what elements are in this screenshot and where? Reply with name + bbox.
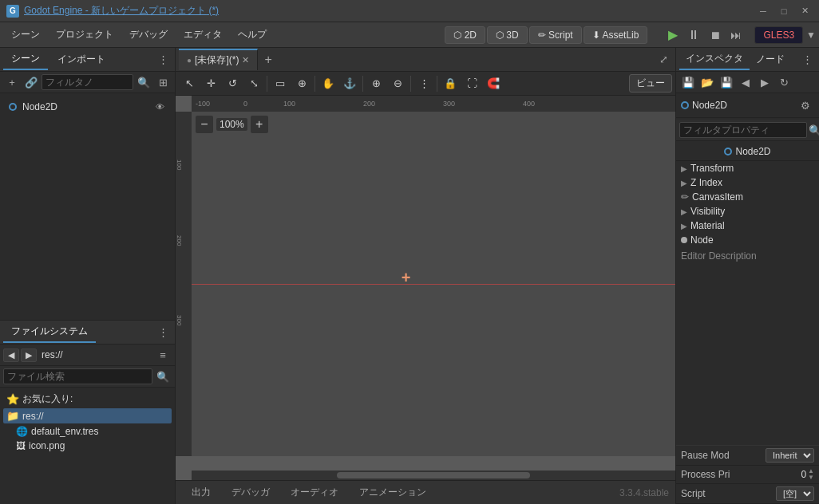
menu-debug[interactable]: デバッグ	[121, 25, 176, 45]
pause-mod-dropdown[interactable]: Inherit	[766, 448, 814, 463]
process-pri-spinner[interactable]: ▲ ▼	[808, 468, 814, 481]
scene-options-button[interactable]: ⋮	[154, 51, 172, 69]
zoom-out-tool[interactable]: ⊖	[387, 74, 408, 93]
pan-tool[interactable]: ✋	[318, 74, 338, 93]
fs-folder-res[interactable]: 📁 res://	[3, 408, 172, 423]
btn-script[interactable]: ✏ Script	[529, 26, 582, 44]
btn-assetlib[interactable]: ⬇ AssetLib	[584, 26, 648, 44]
btn-3d[interactable]: ⬡ 3D	[487, 26, 528, 44]
zoom-in-tool[interactable]: ⊕	[366, 74, 386, 93]
link-button[interactable]: 🔗	[22, 73, 40, 91]
scrollbar-thumb-h[interactable]	[337, 472, 530, 478]
visibility-section[interactable]: ▶ Visibility	[676, 204, 819, 219]
transform-section[interactable]: ▶ Transform	[676, 161, 819, 175]
maximize-button[interactable]: □	[776, 3, 792, 19]
script-dropdown[interactable]: [空]	[776, 486, 814, 501]
material-section[interactable]: ▶ Material	[676, 219, 819, 233]
insp-open-button[interactable]: 📂	[698, 73, 716, 91]
scene-filter-input[interactable]	[42, 74, 133, 90]
node2d-icon	[6, 100, 19, 113]
add-tab-button[interactable]: +	[258, 49, 278, 70]
filter-property-bar: 🔍	[676, 120, 819, 141]
select-tool[interactable]: ↖	[179, 74, 200, 93]
tab-node[interactable]: ノード	[750, 49, 791, 69]
fs-search-input[interactable]	[3, 368, 152, 384]
spin-down[interactable]: ▼	[808, 474, 814, 481]
filter-search-icon[interactable]: 🔍	[809, 121, 819, 139]
insp-save2-button[interactable]: 💾	[718, 73, 735, 91]
step-button[interactable]: ⏭	[726, 27, 746, 43]
menu-help[interactable]: ヘルプ	[230, 25, 275, 45]
ruler-mark-300: 300	[443, 100, 455, 108]
tab-output[interactable]: 出力	[182, 482, 220, 502]
move-tool[interactable]: ✛	[200, 74, 221, 93]
insp-forward-button[interactable]: ▶	[756, 73, 774, 91]
nav-forward-button[interactable]: ▶	[21, 348, 37, 362]
lock-tool[interactable]: 🔒	[440, 74, 461, 93]
canvas-area[interactable]: -100 0 100 200 300 400 100 200 300	[176, 96, 675, 480]
view-button[interactable]: ビュー	[629, 74, 672, 93]
insp-more-button[interactable]: ↻	[775, 73, 793, 91]
minimize-button[interactable]: ─	[755, 3, 771, 19]
menu-project[interactable]: プロジェクト	[48, 25, 121, 45]
fs-layout-button[interactable]: ≡	[154, 346, 172, 364]
zoom-out-button[interactable]: −	[196, 116, 213, 133]
insp-save-button[interactable]: 💾	[679, 73, 697, 91]
canvas-viewport[interactable]	[192, 112, 675, 456]
menu-editor[interactable]: エディタ	[176, 25, 230, 45]
expand-editor-button[interactable]: ⤢	[655, 51, 672, 69]
menu-scene[interactable]: シーン	[3, 25, 48, 45]
filesystem-options-button[interactable]: ⋮	[154, 324, 172, 341]
fs-file-icon-png[interactable]: 🖼 icon.png	[3, 439, 172, 453]
tab-inspector[interactable]: インスペクタ	[679, 49, 750, 70]
play-button[interactable]: ▶	[663, 26, 682, 44]
insp-back-button[interactable]: ◀	[737, 73, 754, 91]
zoom-controls: − 100% +	[196, 116, 268, 133]
filter-property-input[interactable]	[679, 122, 807, 138]
scene-panel-header: シーン インポート ⋮	[0, 48, 175, 72]
add-node-button[interactable]: +	[3, 73, 21, 91]
group-tool[interactable]: ⛶	[461, 74, 482, 93]
tab-debugger[interactable]: デバッガ	[222, 482, 279, 502]
layout-icon[interactable]: ⊞	[154, 73, 172, 91]
zindex-section[interactable]: ▶ Z Index	[676, 175, 819, 190]
tab-animation[interactable]: アニメーション	[350, 482, 436, 502]
ruler-mark-left-300: 300	[176, 315, 183, 325]
rect-tool[interactable]: ▭	[270, 74, 291, 93]
inspector-options[interactable]: ⋮	[798, 51, 816, 69]
zoom-in-button[interactable]: +	[251, 116, 268, 133]
scene-node-node2d[interactable]: Node2D 👁	[3, 96, 172, 117]
btn-2d[interactable]: ⬡ 2D	[445, 26, 485, 44]
pivot-tool[interactable]: ⊕	[291, 74, 312, 93]
node-section: Node	[676, 233, 819, 247]
tab-audio[interactable]: オーディオ	[281, 482, 348, 502]
title-project: 新しいゲームプロジェクト	[91, 5, 206, 16]
stop-button[interactable]: ⏹	[705, 27, 726, 43]
fs-file-default-env[interactable]: 🌐 default_env.tres	[3, 424, 172, 439]
visibility-toggle[interactable]: 👁	[151, 98, 168, 116]
zindex-arrow: ▶	[681, 179, 687, 187]
editor-tab-unsaved[interactable]: ● [未保存](*) ✕	[179, 49, 258, 70]
scene-panel-options: ⋮	[154, 51, 172, 69]
scale-tool[interactable]: ⤡	[243, 74, 264, 93]
tab-import[interactable]: インポート	[49, 49, 113, 69]
search-icon[interactable]: 🔍	[135, 73, 152, 91]
pause-button[interactable]: ⏸	[682, 26, 705, 44]
node-settings-icon[interactable]: ⚙	[797, 96, 814, 114]
snap-tool[interactable]: 🧲	[483, 74, 504, 93]
canvasitem-label: CanvasItem	[692, 191, 743, 203]
close-button[interactable]: ✕	[797, 3, 813, 19]
fs-path: res://	[38, 349, 152, 360]
more-options[interactable]: ⋮	[413, 74, 434, 93]
gles-button[interactable]: GLES3	[754, 26, 803, 44]
tab-filesystem[interactable]: ファイルシステム	[3, 321, 96, 343]
process-pri-number: 0	[801, 469, 806, 480]
nav-back-button[interactable]: ◀	[3, 348, 19, 362]
tab-close-button[interactable]: ✕	[242, 55, 249, 65]
rotate-tool[interactable]: ↺	[222, 74, 243, 93]
anchor-tool[interactable]: ⚓	[339, 74, 360, 93]
canvas-scrollbar-h[interactable]	[192, 471, 675, 480]
fs-search-icon[interactable]: 🔍	[154, 368, 172, 385]
inspector-panel: インスペクタ ノード ⋮ 💾 📂 💾 ◀ ▶ ↻ Node2D ⚙ 🔍 Node…	[675, 48, 819, 504]
tab-scene[interactable]: シーン	[3, 49, 48, 70]
